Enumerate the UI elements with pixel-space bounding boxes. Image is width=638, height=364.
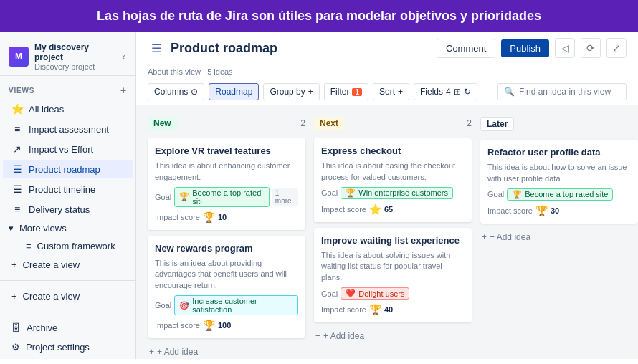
sidebar-collapse-button[interactable]: ‹ (120, 49, 127, 64)
project-icon: M (9, 47, 29, 67)
sidebar-more-views[interactable]: ▾ More views (0, 219, 135, 237)
filter-button[interactable]: Filter 1 (324, 83, 368, 100)
sidebar-create-view-2[interactable]: + Create a view (3, 287, 133, 305)
card-title: New rewards program (155, 243, 298, 254)
sidebar-item-label: All ideas (29, 104, 124, 115)
fields-label: Fields (420, 87, 443, 97)
comment-button[interactable]: Comment (437, 39, 495, 58)
goal-text: Become a top rated sit· (192, 188, 265, 206)
group-by-label: Group by (270, 87, 305, 97)
goal-icon: 🏆 (512, 190, 522, 199)
sidebar-divider (0, 280, 135, 281)
goal-label: Goal (487, 190, 504, 198)
card-desc: This idea is about easing the checkout p… (321, 161, 465, 183)
expand-button[interactable]: ⤢ (606, 38, 627, 58)
sidebar-give-feedback[interactable]: 💬 Give feedback (3, 358, 133, 359)
impact-label: Impact score (155, 213, 200, 221)
columns-button[interactable]: Columns ⊙ (148, 83, 204, 100)
refresh-icon: ↻ (464, 87, 471, 97)
archive-icon: 🗄 (11, 322, 21, 333)
sidebar-item-label: Impact assessment (29, 124, 124, 135)
custom-framework-label: Custom framework (37, 241, 115, 252)
impact-label: Impact score (321, 305, 366, 314)
goal-label: Goal (155, 193, 171, 201)
impact-row: Impact score 🏆 30 (487, 205, 631, 216)
share-button[interactable]: ◁ (555, 38, 575, 58)
delivery-status-icon: ≡ (11, 203, 23, 215)
publish-button[interactable]: Publish (501, 39, 549, 57)
card-desc: This idea is about how to solve an issue… (487, 162, 631, 184)
card-title: Improve waiting list experience (321, 235, 465, 246)
goal-label: Goal (321, 289, 338, 298)
sidebar-item-impact-assessment[interactable]: ≡ Impact assessment (3, 120, 133, 138)
main-content: ☰ Product roadmap Comment Publish ◁ ⟳ ⤢ … (136, 32, 638, 359)
sidebar-sub-item-custom-framework[interactable]: ≡ Custom framework (0, 237, 135, 255)
card-goal-row: Goal ❤️ Delight users (321, 287, 465, 300)
card-express-checkout: Express checkout This idea is about easi… (314, 138, 472, 222)
sidebar-create-view-button[interactable]: + Create a view (3, 256, 133, 274)
sidebar-item-impact-vs-effort[interactable]: ↗ Impact vs Effort (3, 140, 133, 158)
add-idea-label: + Add idea (490, 232, 530, 242)
sort-label: Sort (379, 87, 395, 97)
banner-text: Las hojas de ruta de Jira son útiles par… (97, 9, 541, 23)
refresh-button[interactable]: ⟳ (581, 38, 601, 58)
all-ideas-icon: ⭐ (11, 103, 23, 115)
goal-icon: ❤️ (346, 289, 356, 298)
impact-emoji: 🏆 (203, 211, 215, 223)
sidebar-item-product-roadmap[interactable]: ☰ Product roadmap (3, 160, 133, 178)
add-idea-later[interactable]: + + Add idea (480, 229, 638, 245)
sidebar-item-label: Impact vs Effort (29, 144, 124, 155)
sidebar-archive[interactable]: 🗄 Archive (3, 319, 133, 337)
search-icon: 🔍 (504, 87, 515, 97)
column-next-header: Next 2 (314, 114, 472, 133)
custom-framework-icon: ≡ (26, 241, 32, 252)
goal-text: Become a top rated site (525, 190, 608, 198)
sidebar-item-label: Delivery status (29, 204, 124, 215)
goal-tag: 🎯 Increase customer satisfaction (174, 295, 298, 315)
create-view-label: Create a view (23, 259, 80, 270)
project-info: My discovery project Discovery project (34, 42, 115, 71)
search-field[interactable]: 🔍 Find an idea in this view (497, 83, 627, 100)
card-explore-vr: Explore VR travel features This idea is … (148, 138, 305, 230)
impact-row: Impact score 🏆 40 (321, 304, 465, 315)
sidebar-item-delivery-status[interactable]: ≡ Delivery status (3, 200, 133, 219)
impact-score: 40 (384, 305, 393, 314)
add-idea-next[interactable]: + + Add idea (314, 328, 472, 344)
sidebar-project[interactable]: M My discovery project Discovery project… (0, 38, 135, 76)
impact-emoji: 🏆 (535, 205, 548, 216)
fields-button[interactable]: Fields 4 ⊞ ↻ (414, 83, 477, 100)
sort-button[interactable]: Sort + (373, 83, 409, 100)
settings-icon: ⚙ (11, 342, 20, 353)
impact-score: 100 (218, 321, 231, 330)
plus-icon: + (315, 331, 320, 341)
column-new-header: New 2 (148, 114, 305, 133)
impact-label: Impact score (155, 321, 200, 330)
goal-more: 1 more (272, 188, 298, 206)
sidebar-divider-2 (0, 312, 135, 312)
project-name: My discovery project (34, 42, 115, 62)
columns-label: Columns (154, 87, 188, 97)
card-title: Explore VR travel features (155, 145, 298, 156)
create-view-2-label: Create a view (23, 291, 80, 302)
add-idea-new[interactable]: + + Add idea (148, 344, 305, 359)
goal-text: Increase customer satisfaction (192, 297, 293, 314)
column-later: Later Refactor user profile data This id… (480, 114, 638, 350)
sidebar-item-product-timeline[interactable]: ☰ Product timeline (3, 180, 133, 198)
sidebar-item-all-ideas[interactable]: ⭐ All ideas (3, 100, 133, 118)
project-sub: Discovery project (34, 62, 115, 71)
goal-icon: 🎯 (179, 301, 189, 310)
card-goal-row: Goal 🎯 Increase customer satisfaction (155, 295, 298, 315)
group-by-button[interactable]: Group by + (263, 83, 319, 100)
card-waiting-list: Improve waiting list experience This ide… (314, 228, 472, 322)
goal-text: Delight users (358, 289, 404, 298)
column-new: New 2 Explore VR travel features This id… (148, 114, 305, 350)
goal-icon: 🏆 (179, 192, 189, 201)
goal-tag: 🏆 Become a top rated sit· (174, 187, 270, 207)
roadmap-label: Roadmap (215, 87, 252, 97)
sidebar: M My discovery project Discovery project… (0, 32, 136, 359)
sidebar-project-settings[interactable]: ⚙ Project settings (3, 338, 133, 356)
product-timeline-icon: ☰ (11, 183, 23, 195)
add-view-button[interactable]: + (120, 85, 127, 96)
sidebar-item-label: Product roadmap (29, 164, 124, 175)
roadmap-view-button[interactable]: Roadmap (209, 83, 259, 100)
